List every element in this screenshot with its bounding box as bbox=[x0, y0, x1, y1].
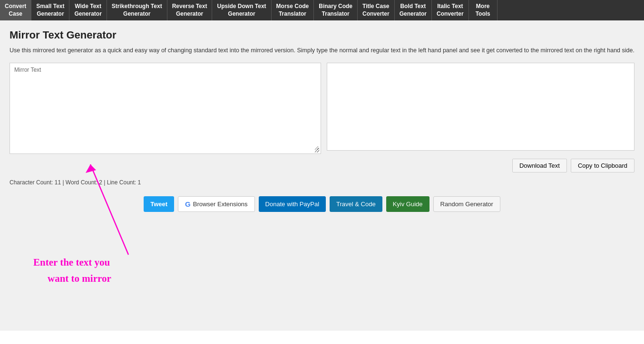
nav-title-case[interactable]: Title CaseConverter bbox=[358, 0, 395, 20]
nav-bar: ConvertCase Small TextGenerator Wide Tex… bbox=[0, 0, 644, 20]
nav-reverse-text[interactable]: Reverse TextGenerator bbox=[167, 0, 213, 20]
download-button[interactable]: Download Text bbox=[512, 159, 567, 172]
copy-clipboard-button[interactable]: Copy to Clipboard bbox=[571, 159, 634, 172]
svg-marker-1 bbox=[86, 164, 96, 173]
nav-binary-code[interactable]: Binary CodeTranslator bbox=[314, 0, 358, 20]
input-box: Mirror Text bbox=[10, 63, 321, 154]
nav-strikethrough[interactable]: Strikethrough TextGenerator bbox=[107, 0, 167, 20]
random-generator-button[interactable]: Random Generator bbox=[433, 196, 500, 212]
page-title: Mirror Text Generator bbox=[10, 29, 634, 41]
nav-morse-code[interactable]: Morse CodeTranslator bbox=[272, 0, 314, 20]
browser-extensions-button[interactable]: G Browser Extensions bbox=[178, 196, 255, 212]
nav-small-text[interactable]: Small TextGenerator bbox=[31, 0, 69, 20]
nav-bold-text[interactable]: Bold TextGenerator bbox=[395, 0, 432, 20]
tweet-button[interactable]: Tweet bbox=[144, 196, 174, 212]
chrome-g-icon: G bbox=[185, 200, 191, 208]
nav-convert-case[interactable]: ConvertCase bbox=[0, 0, 31, 20]
main-content: Mirror Text Generator Use this mirrored … bbox=[0, 20, 644, 331]
nav-more-tools[interactable]: MoreTools bbox=[469, 0, 498, 20]
editor-row: Mirror Text bbox=[10, 63, 634, 154]
kyiv-button[interactable]: Kyiv Guide bbox=[386, 196, 429, 212]
mirror-text-input[interactable] bbox=[12, 74, 319, 150]
annotation-area: Enter the text you want to mirror bbox=[10, 217, 634, 321]
annotation-text: Enter the text you want to mirror bbox=[33, 255, 111, 287]
nav-italic-text[interactable]: Italic TextConverter bbox=[432, 0, 469, 20]
paypal-button[interactable]: Donate with PayPal bbox=[259, 196, 326, 212]
nav-wide-text[interactable]: Wide TextGenerator bbox=[69, 0, 107, 20]
output-box bbox=[327, 63, 634, 151]
resize-handle[interactable] bbox=[315, 148, 320, 153]
input-label: Mirror Text bbox=[12, 65, 319, 74]
annotation-arrow bbox=[76, 155, 133, 259]
svg-line-0 bbox=[90, 164, 128, 255]
nav-upside-down[interactable]: Upside Down TextGenerator bbox=[212, 0, 271, 20]
travel-button[interactable]: Travel & Code bbox=[330, 196, 382, 212]
page-description: Use this mirrored text generator as a qu… bbox=[10, 46, 634, 55]
